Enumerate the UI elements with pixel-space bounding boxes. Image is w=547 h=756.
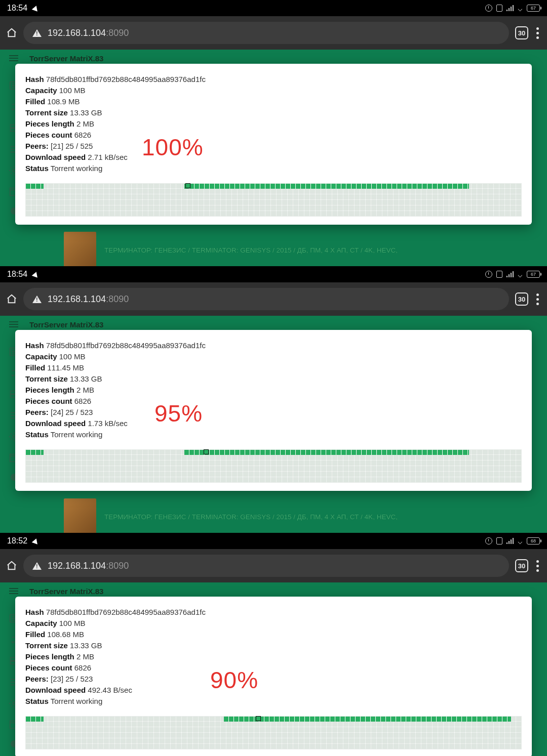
stat-size: 13.33 GB [70, 641, 102, 650]
pieces-main-chunk [224, 717, 511, 722]
browser-toolbar: 192.168.1.104:8090 30 [0, 282, 547, 316]
stat-peers: [21] 25 / 525 [51, 142, 93, 150]
url-bar[interactable]: 192.168.1.104:8090 [23, 288, 509, 310]
torrent-row[interactable]: ТЕРМИНАТОР: ГЕНЕЗИС / TERMINATOR: GENISY… [0, 498, 547, 533]
wifi-icon: ⌵ [518, 270, 523, 279]
alarm-icon [485, 537, 492, 544]
app-header: TorrServer MatriX.83 [0, 50, 547, 64]
status-time: 18:54 [7, 270, 27, 279]
progress-percent-label: 90% [210, 666, 258, 694]
wifi-icon: ⌵ [518, 536, 523, 546]
stat-download-speed: 492.43 B/sec [88, 686, 132, 694]
app-viewport: TorrServer MatriX.83 ТЕРМИНАТОР: ГЕНЕЗИС… [0, 316, 547, 533]
read-position-marker [185, 183, 190, 188]
stat-pieces-count: 6826 [74, 131, 91, 139]
stat-status: Torrent working [51, 164, 103, 173]
status-time: 18:54 [7, 4, 27, 13]
stat-peers: [24] 25 / 523 [51, 408, 93, 416]
tab-count-button[interactable]: 30 [515, 559, 528, 572]
screenshot-panel: 18:54 ⌵ 67 192.168.1.104:8090 30 [0, 0, 547, 266]
insecure-icon [32, 29, 42, 37]
android-status-bar: 18:52 ⌵ 68 [0, 533, 547, 549]
pieces-track [25, 716, 522, 749]
torrent-stats: Hash 78fd5db801ffbd7692b88c484995aa89376… [25, 340, 522, 440]
pieces-track [25, 183, 522, 217]
browser-toolbar: 192.168.1.104:8090 30 [0, 16, 547, 50]
battery-icon: 68 [527, 537, 540, 544]
progress-percent-label: 100% [142, 134, 204, 161]
pieces-main-chunk [184, 184, 469, 189]
hamburger-icon[interactable] [9, 55, 18, 61]
url-port: :8090 [106, 28, 129, 38]
status-time: 18:52 [7, 536, 27, 545]
app-viewport: TorrServer MatriX.83 ТЕРМИНАТОР: ГЕНЕЗИС… [0, 50, 547, 266]
torrent-info-dialog: Hash 78fd5db801ffbd7692b88c484995aa89376… [15, 597, 532, 756]
pieces-main-chunk [184, 450, 469, 455]
alarm-icon [485, 5, 492, 12]
telegram-icon [32, 272, 38, 277]
app-title: TorrServer MatriX.83 [29, 54, 103, 63]
sim-icon [496, 537, 502, 544]
torrent-stats: Hash 78fd5db801ffbd7692b88c484995aa89376… [25, 74, 522, 174]
progress-percent-label: 95% [154, 400, 203, 427]
insecure-icon [32, 562, 42, 570]
alarm-icon [485, 271, 492, 278]
app-header: TorrServer MatriX.83 [0, 316, 547, 330]
app-viewport: TorrServer MatriX.83 ДАТЬ ДУБА В ОКРУГЕ … [0, 582, 547, 756]
pieces-preload-chunk [26, 717, 44, 722]
url-bar[interactable]: 192.168.1.104:8090 [23, 555, 509, 577]
torrent-info-dialog: Hash 78fd5db801ffbd7692b88c484995aa89376… [15, 330, 532, 491]
home-icon[interactable] [6, 293, 17, 305]
home-icon[interactable] [6, 560, 17, 571]
insecure-icon [32, 296, 42, 303]
stat-pieces-count: 6826 [74, 397, 91, 405]
stat-pieces-length: 2 MB [76, 652, 94, 661]
screenshot-panel: 18:52 ⌵ 68 192.168.1.104:8090 30 [0, 533, 547, 756]
sim-icon [496, 5, 502, 12]
hamburger-icon[interactable] [9, 321, 18, 327]
battery-icon: 67 [527, 5, 540, 12]
torrent-title: ТЕРМИНАТОР: ГЕНЕЗИС / TERMINATOR: GENISY… [104, 513, 398, 521]
read-position-marker [256, 716, 261, 721]
stat-hash: 78fd5db801ffbd7692b88c484995aa89376ad1fc [46, 608, 206, 616]
url-host: 192.168.1.104 [48, 561, 106, 571]
menu-icon[interactable] [534, 27, 541, 39]
menu-icon[interactable] [534, 560, 541, 572]
stat-hash: 78fd5db801ffbd7692b88c484995aa89376ad1fc [46, 75, 206, 83]
signal-icon [506, 271, 514, 277]
hamburger-icon[interactable] [9, 588, 18, 594]
battery-icon: 67 [527, 271, 540, 278]
stat-status: Torrent working [51, 697, 103, 705]
signal-icon [506, 538, 514, 544]
stat-capacity: 100 MB [59, 86, 86, 95]
wifi-icon: ⌵ [518, 4, 523, 13]
stat-pieces-length: 2 MB [76, 386, 94, 394]
stat-peers: [23] 25 / 523 [51, 675, 93, 683]
stat-status: Torrent working [51, 430, 103, 439]
stat-capacity: 100 MB [59, 352, 86, 361]
browser-toolbar: 192.168.1.104:8090 30 [0, 549, 547, 582]
url-bar[interactable]: 192.168.1.104:8090 [23, 22, 509, 44]
pieces-preload-chunk [26, 184, 44, 189]
pieces-preload-chunk [26, 450, 44, 455]
torrent-info-dialog: Hash 78fd5db801ffbd7692b88c484995aa89376… [15, 64, 532, 225]
torrent-title: ТЕРМИНАТОР: ГЕНЕЗИС / TERMINATOR: GENISY… [104, 246, 398, 254]
stat-capacity: 100 MB [59, 619, 86, 627]
home-icon[interactable] [6, 27, 17, 38]
stat-download-speed: 1.73 kB/sec [88, 419, 127, 428]
menu-icon[interactable] [534, 293, 541, 305]
app-header: TorrServer MatriX.83 [0, 582, 547, 597]
torrent-row[interactable]: ТЕРМИНАТОР: ГЕНЕЗИС / TERMINATOR: GENISY… [0, 232, 547, 266]
telegram-icon [32, 6, 38, 11]
android-status-bar: 18:54 ⌵ 67 [0, 0, 547, 16]
tab-count-button[interactable]: 30 [515, 26, 528, 39]
stat-size: 13.33 GB [70, 108, 102, 117]
url-host: 192.168.1.104 [48, 28, 106, 38]
stat-pieces-count: 6826 [74, 663, 91, 672]
sim-icon [496, 271, 502, 278]
stat-pieces-length: 2 MB [76, 119, 94, 128]
tab-count-button[interactable]: 30 [515, 292, 528, 306]
url-port: :8090 [106, 294, 129, 304]
app-title: TorrServer MatriX.83 [29, 587, 103, 596]
stat-size: 13.33 GB [70, 374, 102, 383]
